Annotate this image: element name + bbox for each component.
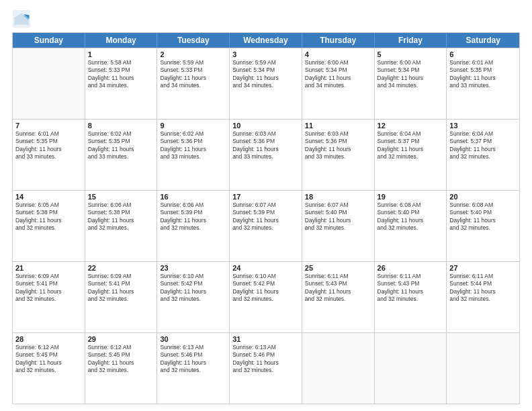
calendar-day-7: 7Sunrise: 6:01 AM Sunset: 5:35 PM Daylig… [13, 120, 85, 190]
logo-icon [12, 9, 31, 28]
day-info: Sunrise: 6:07 AM Sunset: 5:39 PM Dayligh… [232, 201, 299, 232]
calendar-day-10: 10Sunrise: 6:03 AM Sunset: 5:36 PM Dayli… [230, 120, 302, 190]
calendar-day-9: 9Sunrise: 6:02 AM Sunset: 5:36 PM Daylig… [157, 120, 230, 190]
calendar-day-2: 2Sunrise: 5:59 AM Sunset: 5:33 PM Daylig… [157, 48, 230, 119]
day-info: Sunrise: 5:58 AM Sunset: 5:33 PM Dayligh… [88, 59, 154, 90]
day-number: 15 [88, 193, 154, 201]
calendar-day-13: 13Sunrise: 6:04 AM Sunset: 5:37 PM Dayli… [447, 120, 519, 190]
day-info: Sunrise: 5:59 AM Sunset: 5:34 PM Dayligh… [232, 59, 299, 90]
day-info: Sunrise: 6:03 AM Sunset: 5:36 PM Dayligh… [232, 130, 299, 161]
calendar-day-14: 14Sunrise: 6:05 AM Sunset: 5:38 PM Dayli… [13, 191, 85, 261]
day-info: Sunrise: 6:01 AM Sunset: 5:35 PM Dayligh… [15, 130, 82, 161]
day-number: 22 [88, 264, 154, 272]
calendar-day-23: 23Sunrise: 6:10 AM Sunset: 5:42 PM Dayli… [157, 262, 230, 332]
day-info: Sunrise: 6:12 AM Sunset: 5:45 PM Dayligh… [88, 344, 154, 375]
day-info: Sunrise: 5:59 AM Sunset: 5:33 PM Dayligh… [160, 59, 226, 90]
calendar-day-empty-4-4 [302, 333, 375, 404]
day-number: 12 [378, 122, 444, 130]
day-number: 29 [88, 335, 154, 343]
day-info: Sunrise: 6:06 AM Sunset: 5:39 PM Dayligh… [160, 201, 226, 232]
calendar-day-1: 1Sunrise: 5:58 AM Sunset: 5:33 PM Daylig… [85, 48, 158, 119]
day-number: 30 [160, 335, 226, 343]
day-info: Sunrise: 6:00 AM Sunset: 5:34 PM Dayligh… [378, 59, 444, 90]
header-day-thursday: Thursday [302, 33, 375, 48]
header-day-sunday: Sunday [13, 33, 85, 48]
day-number: 20 [449, 193, 517, 201]
calendar-day-11: 11Sunrise: 6:03 AM Sunset: 5:36 PM Dayli… [302, 120, 375, 190]
day-number: 26 [378, 264, 444, 272]
calendar-day-26: 26Sunrise: 6:11 AM Sunset: 5:43 PM Dayli… [375, 262, 447, 332]
day-info: Sunrise: 6:07 AM Sunset: 5:40 PM Dayligh… [305, 201, 371, 232]
day-info: Sunrise: 6:00 AM Sunset: 5:34 PM Dayligh… [305, 59, 371, 90]
day-info: Sunrise: 6:04 AM Sunset: 5:37 PM Dayligh… [449, 130, 517, 161]
day-number: 31 [232, 335, 299, 343]
day-info: Sunrise: 6:06 AM Sunset: 5:38 PM Dayligh… [88, 201, 154, 232]
day-info: Sunrise: 6:02 AM Sunset: 5:35 PM Dayligh… [88, 130, 154, 161]
day-info: Sunrise: 6:01 AM Sunset: 5:35 PM Dayligh… [449, 59, 517, 90]
day-number: 2 [160, 50, 226, 58]
header-day-wednesday: Wednesday [230, 33, 302, 48]
day-number: 4 [305, 50, 371, 58]
calendar-day-12: 12Sunrise: 6:04 AM Sunset: 5:37 PM Dayli… [375, 120, 447, 190]
calendar: SundayMondayTuesdayWednesdayThursdayFrid… [12, 32, 520, 404]
header-day-tuesday: Tuesday [157, 33, 230, 48]
day-number: 11 [305, 122, 371, 130]
calendar-header-row: SundayMondayTuesdayWednesdayThursdayFrid… [13, 33, 519, 48]
logo [12, 9, 34, 28]
calendar-day-18: 18Sunrise: 6:07 AM Sunset: 5:40 PM Dayli… [302, 191, 375, 261]
calendar-day-empty-4-5 [375, 333, 447, 404]
calendar-week-3: 14Sunrise: 6:05 AM Sunset: 5:38 PM Dayli… [13, 190, 519, 261]
day-number: 8 [88, 122, 154, 130]
calendar-day-6: 6Sunrise: 6:01 AM Sunset: 5:35 PM Daylig… [447, 48, 519, 119]
day-number: 9 [160, 122, 226, 130]
day-number: 25 [305, 264, 371, 272]
day-number: 16 [160, 193, 226, 201]
calendar-day-5: 5Sunrise: 6:00 AM Sunset: 5:34 PM Daylig… [375, 48, 447, 119]
calendar-day-3: 3Sunrise: 5:59 AM Sunset: 5:34 PM Daylig… [230, 48, 302, 119]
day-info: Sunrise: 6:08 AM Sunset: 5:40 PM Dayligh… [449, 201, 517, 232]
header-day-monday: Monday [85, 33, 158, 48]
day-info: Sunrise: 6:10 AM Sunset: 5:42 PM Dayligh… [232, 273, 299, 304]
calendar-day-17: 17Sunrise: 6:07 AM Sunset: 5:39 PM Dayli… [230, 191, 302, 261]
day-number: 28 [15, 335, 82, 343]
calendar-week-2: 7Sunrise: 6:01 AM Sunset: 5:35 PM Daylig… [13, 119, 519, 190]
day-number: 14 [15, 193, 82, 201]
calendar-day-4: 4Sunrise: 6:00 AM Sunset: 5:34 PM Daylig… [302, 48, 375, 119]
calendar-day-31: 31Sunrise: 6:13 AM Sunset: 5:46 PM Dayli… [230, 333, 302, 404]
day-info: Sunrise: 6:09 AM Sunset: 5:41 PM Dayligh… [88, 273, 154, 304]
day-info: Sunrise: 6:12 AM Sunset: 5:45 PM Dayligh… [15, 344, 82, 375]
day-number: 19 [378, 193, 444, 201]
day-info: Sunrise: 6:05 AM Sunset: 5:38 PM Dayligh… [15, 201, 82, 232]
calendar-body: 1Sunrise: 5:58 AM Sunset: 5:33 PM Daylig… [13, 48, 519, 404]
day-number: 7 [15, 122, 82, 130]
day-info: Sunrise: 6:11 AM Sunset: 5:43 PM Dayligh… [378, 273, 444, 304]
calendar-week-1: 1Sunrise: 5:58 AM Sunset: 5:33 PM Daylig… [13, 48, 519, 119]
header [12, 7, 520, 28]
calendar-week-4: 21Sunrise: 6:09 AM Sunset: 5:41 PM Dayli… [13, 261, 519, 332]
calendar-day-20: 20Sunrise: 6:08 AM Sunset: 5:40 PM Dayli… [447, 191, 519, 261]
day-info: Sunrise: 6:03 AM Sunset: 5:36 PM Dayligh… [305, 130, 371, 161]
calendar-day-25: 25Sunrise: 6:11 AM Sunset: 5:43 PM Dayli… [302, 262, 375, 332]
calendar-day-16: 16Sunrise: 6:06 AM Sunset: 5:39 PM Dayli… [157, 191, 230, 261]
day-info: Sunrise: 6:04 AM Sunset: 5:37 PM Dayligh… [378, 130, 444, 161]
day-number: 5 [378, 50, 444, 58]
calendar-day-8: 8Sunrise: 6:02 AM Sunset: 5:35 PM Daylig… [85, 120, 158, 190]
calendar-day-30: 30Sunrise: 6:13 AM Sunset: 5:46 PM Dayli… [157, 333, 230, 404]
day-number: 27 [449, 264, 517, 272]
calendar-week-5: 28Sunrise: 6:12 AM Sunset: 5:45 PM Dayli… [13, 332, 519, 404]
calendar-day-24: 24Sunrise: 6:10 AM Sunset: 5:42 PM Dayli… [230, 262, 302, 332]
day-number: 13 [449, 122, 517, 130]
header-day-friday: Friday [375, 33, 447, 48]
calendar-day-22: 22Sunrise: 6:09 AM Sunset: 5:41 PM Dayli… [85, 262, 158, 332]
day-number: 17 [232, 193, 299, 201]
day-info: Sunrise: 6:11 AM Sunset: 5:43 PM Dayligh… [305, 273, 371, 304]
day-number: 3 [232, 50, 299, 58]
day-number: 21 [15, 264, 82, 272]
calendar-day-15: 15Sunrise: 6:06 AM Sunset: 5:38 PM Dayli… [85, 191, 158, 261]
day-number: 1 [88, 50, 154, 58]
day-number: 24 [232, 264, 299, 272]
calendar-day-19: 19Sunrise: 6:08 AM Sunset: 5:40 PM Dayli… [375, 191, 447, 261]
day-info: Sunrise: 6:11 AM Sunset: 5:44 PM Dayligh… [449, 273, 517, 304]
page: SundayMondayTuesdayWednesdayThursdayFrid… [0, 0, 532, 411]
day-info: Sunrise: 6:09 AM Sunset: 5:41 PM Dayligh… [15, 273, 82, 304]
